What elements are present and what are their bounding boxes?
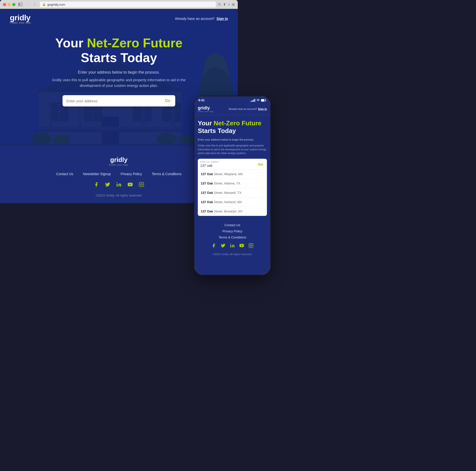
already-have-account-text: Already have an account? [175, 17, 214, 21]
tabs-button[interactable]: ⊞ [232, 2, 235, 6]
new-tab-button[interactable]: + [228, 2, 230, 6]
logo-tagline: Power your way. [10, 21, 31, 24]
mobile-facebook-icon[interactable] [211, 243, 216, 249]
mobile-sign-in-link[interactable]: Sign In [258, 108, 267, 110]
signal-bars-icon [251, 99, 255, 102]
footer-contact-link[interactable]: Contact Us [56, 172, 73, 176]
maximize-dot[interactable] [12, 3, 16, 6]
mobile-footer: Contact Us Privacy Policy Terms & Condit… [194, 219, 270, 259]
autocomplete-item-1[interactable]: 137 Oak Street, Abilene, TX [198, 179, 267, 188]
mobile-footer-copyright: ©2022 Gridly. All rights reserved. [198, 253, 267, 256]
footer-privacy-link[interactable]: Privacy Policy [120, 172, 142, 176]
svg-rect-38 [139, 182, 144, 187]
svg-point-36 [117, 182, 118, 183]
svg-rect-2 [20, 4, 23, 5]
instagram-icon[interactable] [139, 182, 144, 189]
hero-title: Your Net-Zero Future Starts Today [10, 36, 228, 65]
browser-chrome: ‹ › 🔒 gogridly.com ↻ ⬆ + ⊞ [0, 0, 238, 9]
browser-nav: ‹ › [25, 1, 37, 7]
mobile-go-button[interactable]: Go [256, 161, 264, 167]
youtube-icon[interactable] [127, 182, 133, 189]
svg-point-33 [157, 133, 176, 145]
autocomplete-item-4[interactable]: 137 Oak Street, Brooklyn, NY [198, 207, 267, 216]
facebook-icon[interactable] [94, 182, 99, 189]
autocomplete-item-2[interactable]: 137 Oak Street, Maxwell, TX [198, 188, 267, 198]
autocomplete-item-3[interactable]: 137 Oak Street, Ashland, MA [198, 198, 267, 207]
security-icon: 🔒 [42, 3, 46, 6]
svg-rect-26 [34, 129, 186, 132]
browser-actions: ↻ ⬆ + ⊞ [218, 2, 235, 6]
browser-toolbar: ‹ › 🔒 gogridly.com ↻ ⬆ + ⊞ [0, 0, 238, 9]
mobile-logo: gridly Power your way. [198, 106, 214, 112]
svg-rect-25 [39, 127, 181, 129]
hero-content: Your Net-Zero Future Starts Today Enter … [0, 28, 238, 107]
go-button[interactable]: Go [160, 95, 175, 107]
mobile-linkedin-icon[interactable] [230, 243, 235, 249]
mobile-address-input-row: Enter your address Go [198, 159, 267, 169]
mobile-footer-contact-link[interactable]: Contact Us [198, 223, 267, 227]
back-button[interactable]: ‹ [25, 1, 31, 7]
mobile-twitter-icon[interactable] [221, 243, 225, 249]
mobile-footer-privacy-link[interactable]: Privacy Policy [198, 229, 267, 233]
logo: gridly Power your way. [10, 13, 31, 24]
mobile-screen: gridly Power your way. Already have an a… [194, 103, 270, 275]
close-dot[interactable] [3, 3, 6, 6]
svg-rect-0 [18, 3, 20, 6]
forward-button[interactable]: › [32, 1, 37, 7]
reload-button[interactable]: ↻ [218, 2, 221, 6]
svg-rect-29 [142, 107, 145, 127]
nav-right: Already have an account? Sign In [175, 17, 228, 21]
logo-text: gridly [10, 13, 30, 22]
footer-terms-link[interactable]: Terms & Conditions [152, 172, 181, 176]
desktop-nav: gridly Power your way. Already have an a… [0, 9, 238, 28]
mobile-instagram-icon[interactable] [249, 243, 254, 249]
share-button[interactable]: ⬆ [223, 2, 226, 6]
mobile-address-content: Enter your address [200, 161, 256, 168]
linkedin-icon[interactable] [116, 182, 121, 189]
address-input[interactable] [63, 95, 160, 107]
mobile-footer-links: Contact Us Privacy Policy Terms & Condit… [198, 223, 267, 239]
battery-icon [261, 99, 266, 102]
mobile-footer-social [198, 243, 267, 249]
svg-rect-3 [20, 6, 23, 6]
hero-desc: Gridly uses this to pull applicable geog… [50, 77, 187, 89]
mobile-address-wrapper: Enter your address Go 137 Oak Street, Wa… [198, 159, 267, 216]
wifi-icon [256, 99, 260, 102]
sign-in-link[interactable]: Sign In [216, 17, 228, 21]
mobile-hero-title: Your Net-Zero Future Starts Today [198, 119, 267, 135]
hero-subtitle: Enter your address below to begin the pr… [10, 70, 228, 74]
mobile-address-input[interactable] [200, 164, 256, 167]
sidebar-toggle-button[interactable] [18, 3, 23, 6]
svg-point-43 [230, 244, 231, 244]
mobile-footer-terms-link[interactable]: Terms & Conditions [198, 236, 267, 239]
autocomplete-item-0[interactable]: 137 Oak Street, Wayland, MA [198, 169, 267, 179]
mobile-nav-right: Already have an account? Sign In [229, 108, 267, 110]
svg-rect-30 [171, 107, 174, 127]
mobile-hero-subtitle: Enter your address below to begin the pr… [198, 138, 267, 142]
address-input-container: Go [63, 95, 175, 107]
mobile-logo-tagline: Power your way. [198, 111, 214, 112]
url-display: gogridly.com [47, 3, 65, 6]
address-bar[interactable]: 🔒 gogridly.com [39, 1, 216, 8]
svg-rect-45 [249, 244, 253, 248]
mobile-status-icons [251, 99, 266, 102]
mobile-youtube-icon[interactable] [239, 243, 244, 249]
browser-dots [3, 3, 16, 6]
mobile-address-label: Enter your address [200, 161, 256, 163]
svg-rect-27 [49, 107, 52, 127]
svg-point-31 [32, 133, 51, 145]
svg-rect-42 [261, 99, 264, 101]
mobile-hero-title-highlight: Net-Zero Future [214, 119, 262, 127]
mobile-hero: Your Net-Zero Future Starts Today Enter … [194, 115, 270, 219]
autocomplete-dropdown: 137 Oak Street, Wayland, MA 137 Oak Stre… [198, 169, 267, 216]
mobile-phone: 9:41 [194, 96, 271, 275]
svg-rect-28 [78, 107, 81, 127]
svg-rect-1 [20, 3, 23, 3]
footer-newsletter-link[interactable]: Newsletter Signup [83, 172, 111, 176]
twitter-icon[interactable] [105, 182, 110, 189]
minimize-dot[interactable] [8, 3, 11, 6]
mobile-hero-desc: Gridly uses this to pull applicable geog… [198, 144, 267, 155]
hero-title-highlight: Net-Zero Future [87, 36, 183, 50]
